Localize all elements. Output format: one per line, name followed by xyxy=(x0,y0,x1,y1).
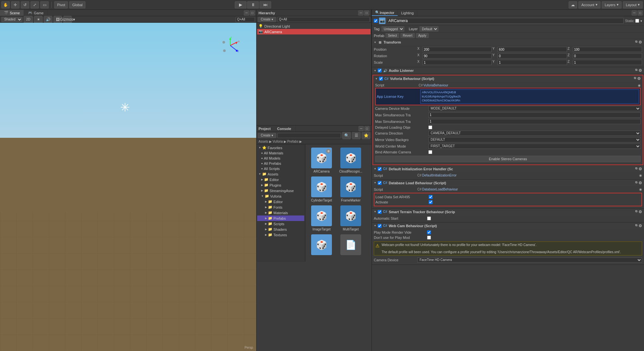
tree-plugins[interactable]: ▶ 📁 Plugins xyxy=(257,182,304,188)
load-data-checkbox[interactable] xyxy=(429,195,433,199)
smart-terrain-enable-checkbox[interactable] xyxy=(378,210,382,214)
default-init-error-enable-checkbox[interactable] xyxy=(378,167,382,171)
camera-device-mode-dropdown[interactable]: MODE_DEFAULT xyxy=(428,106,641,111)
prefab-revert-btn[interactable]: Revert xyxy=(400,33,414,38)
smart-terrain-copy-icon[interactable]: ⧉ xyxy=(635,210,637,214)
transform-header[interactable]: ▼ ⊞ Transform ⧉ ⚙ xyxy=(372,39,644,46)
vuforia-gear-icon[interactable]: ⚙ xyxy=(637,76,641,81)
scene-gizmo[interactable]: Y X Z xyxy=(221,36,240,55)
app-license-key-value[interactable]: AfKrVOL////AAAAf9QMEdtkUG3IlUNjnNAqxITUQ… xyxy=(420,89,639,104)
smart-terrain-header[interactable]: ▼ C# Smart Terrain Tracker Behaviour (Sc… xyxy=(372,209,644,215)
tree-favorites[interactable]: ▼ ⭐ Favorites xyxy=(257,145,304,150)
tree-materials[interactable]: ▶ 📁 Materials xyxy=(257,210,304,215)
activate-checkbox[interactable] xyxy=(429,200,433,204)
tree-all-prefabs[interactable]: ● All Prefabs xyxy=(257,161,304,166)
scene-search-input[interactable] xyxy=(235,17,255,22)
enable-stereo-btn[interactable]: Enable Stereo Cameras xyxy=(375,156,641,162)
prefab-select-btn[interactable]: Select xyxy=(385,33,399,38)
rot-y-input[interactable] xyxy=(498,53,567,58)
play-mode-render-checkbox[interactable] xyxy=(427,230,431,234)
inspector-maximize-btn[interactable]: □ xyxy=(638,10,643,16)
tree-all-materials[interactable]: ● All Materials xyxy=(257,150,304,156)
max-sim-tra1-input[interactable] xyxy=(428,112,641,118)
default-init-script-pick-icon[interactable]: ◉ xyxy=(639,174,642,177)
asset-arcamera[interactable]: 🎲 ⚙ ARCamera xyxy=(309,148,335,173)
project-filter-btn[interactable]: ☰ xyxy=(352,132,360,139)
obj-active-checkbox[interactable] xyxy=(374,19,378,23)
project-minimize-btn[interactable]: ─ xyxy=(359,126,364,131)
asset-imagetarget[interactable]: 🎲 ImageTarget xyxy=(309,205,335,231)
hierarchy-minimize-btn[interactable]: ─ xyxy=(358,10,363,16)
audio-toggle-btn[interactable]: 🔊 xyxy=(44,16,52,23)
world-center-dropdown[interactable]: FIRST_TARGET xyxy=(428,144,641,149)
vuforia-enable-checkbox[interactable] xyxy=(379,77,383,81)
audio-listener-header[interactable]: ▼ 🔊 Audio Listener ⧉ ⚙ xyxy=(372,67,644,74)
pos-y-input[interactable] xyxy=(498,47,567,52)
tab-inspector[interactable]: 🔍 Inspector xyxy=(372,10,398,16)
database-script-pick-icon[interactable]: ◉ xyxy=(639,188,642,191)
tab-scene[interactable]: 🎬 Scene xyxy=(0,10,24,16)
asset-multitarget[interactable]: 🎲 MultiTarget xyxy=(338,205,364,231)
asset-partial-2[interactable]: 📄 xyxy=(338,234,364,256)
audio-listener-copy-icon[interactable]: ⧉ xyxy=(635,68,637,73)
camera-direction-dropdown[interactable]: CAMERA_DEFAULT xyxy=(428,131,641,136)
hierarchy-directional-light[interactable]: 💡 Directional Light xyxy=(257,23,371,29)
tree-textures[interactable]: ▶ 📁 Textures xyxy=(257,232,304,238)
scale-z-input[interactable] xyxy=(573,60,642,65)
scale-y-input[interactable] xyxy=(498,60,567,65)
rect-tool-btn[interactable]: ▭ xyxy=(40,1,49,8)
dont-use-checkbox[interactable] xyxy=(427,236,431,240)
static-checkbox[interactable] xyxy=(635,19,639,23)
tree-shaders[interactable]: ▶ 📁 Shaders xyxy=(257,227,304,232)
tab-lighting[interactable]: Lighting xyxy=(398,10,417,16)
delayed-loading-checkbox[interactable] xyxy=(428,125,432,129)
tree-assets[interactable]: ▼ 📁 Assets xyxy=(257,171,304,177)
vuforia-copy-icon[interactable]: ⧉ xyxy=(634,76,636,81)
audio-listener-gear-icon[interactable]: ⚙ xyxy=(638,68,642,73)
scene-view[interactable]: Y X Z ✳ Persp xyxy=(0,23,256,351)
hierarchy-maximize-btn[interactable]: □ xyxy=(364,10,369,16)
pos-z-input[interactable] xyxy=(573,47,642,52)
2d-toggle-btn[interactable]: 2D xyxy=(24,16,33,23)
cloud-btn[interactable]: ☁ xyxy=(569,1,577,8)
bind-alternate-checkbox[interactable] xyxy=(428,150,432,154)
vuforia-header[interactable]: ▼ C# Vuforia Behaviour (Script) ⧉ ⚙ xyxy=(373,75,643,82)
scale-tool-btn[interactable]: ⤢ xyxy=(31,1,39,8)
audio-listener-enable-checkbox[interactable] xyxy=(378,69,382,72)
project-maximize-btn[interactable]: □ xyxy=(364,126,370,131)
tree-prefabs[interactable]: ▶ 📁 Prefabs xyxy=(257,215,304,221)
default-init-gear-icon[interactable]: ⚙ xyxy=(638,167,642,171)
play-btn[interactable]: ▶ xyxy=(235,1,246,8)
hierarchy-create-btn[interactable]: Create ▾ xyxy=(258,17,276,22)
static-arrow-icon[interactable]: ▾ xyxy=(640,19,642,23)
tab-console[interactable]: Console xyxy=(273,126,295,131)
prefab-apply-btn[interactable]: Apply xyxy=(416,33,429,38)
project-search-icon[interactable]: 🔍 xyxy=(342,132,351,139)
asset-cylindertarget[interactable]: 🎲 CylinderTarget xyxy=(309,176,335,202)
scale-x-input[interactable] xyxy=(423,60,492,65)
tree-all-models[interactable]: ● All Models xyxy=(257,156,304,161)
webcam-gear-icon[interactable]: ⚙ xyxy=(638,224,642,228)
database-load-copy-icon[interactable]: ⧉ xyxy=(635,181,637,185)
database-load-gear-icon[interactable]: ⚙ xyxy=(638,181,642,185)
database-load-enable-checkbox[interactable] xyxy=(378,181,382,185)
auto-start-checkbox[interactable] xyxy=(427,216,431,220)
account-dropdown[interactable]: Account ▾ xyxy=(578,1,600,8)
project-create-btn[interactable]: Create ▾ xyxy=(258,133,276,138)
global-btn[interactable]: Global xyxy=(69,1,85,8)
step-btn[interactable]: ⏭ xyxy=(259,1,271,8)
tag-dropdown[interactable]: Untagged xyxy=(382,26,404,32)
webcam-enable-checkbox[interactable] xyxy=(378,224,382,228)
rot-z-input[interactable] xyxy=(573,53,642,58)
asset-partial-1[interactable]: 🎲 xyxy=(309,234,335,256)
tree-vuforia[interactable]: ▼ 📁 Vuforia xyxy=(257,193,304,199)
tree-all-scripts[interactable]: ● All Scripts xyxy=(257,166,304,171)
default-init-copy-icon[interactable]: ⧉ xyxy=(635,167,637,171)
gizmos-btn[interactable]: Gizmos ▾ xyxy=(63,16,72,23)
layer-dropdown[interactable]: Default xyxy=(420,26,438,32)
webcam-header[interactable]: ▼ C# Web Cam Behaviour (Script) ⧉ ⚙ xyxy=(372,223,644,229)
asset-cloudrecogni[interactable]: 🎲 CloudRecogni... xyxy=(338,148,364,173)
transform-gear-icon[interactable]: ⚙ xyxy=(638,40,642,45)
asset-framemarker[interactable]: 🎲 FrameMarker xyxy=(338,176,364,202)
layers-dropdown[interactable]: Layers ▾ xyxy=(602,1,622,8)
